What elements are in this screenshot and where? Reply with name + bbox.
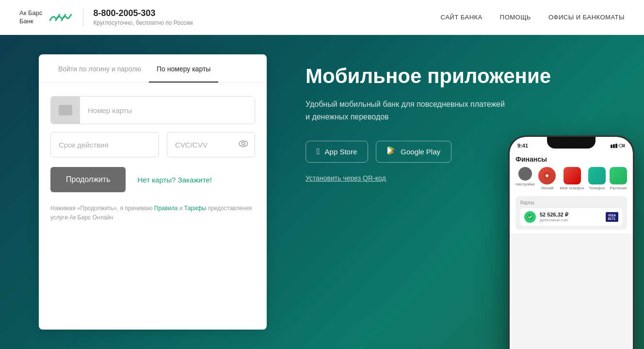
- header: Ак Барс Банк 8-800-2005-303 Круглосуточн…: [0, 0, 644, 35]
- phone-card-amount: 52 526,32 ₽: [540, 212, 606, 218]
- card-number-wrapper: [50, 96, 255, 124]
- phone-app-easy: Легкий: [538, 167, 556, 190]
- action-row: Продолжить Нет карты? Закажите!: [50, 167, 255, 192]
- promo-title: Мобильное приложение: [306, 64, 615, 88]
- bank-logo-icon: [46, 10, 73, 25]
- settings-app-icon: [518, 167, 532, 181]
- header-nav: САЙТ БАНКА ПОМОЩЬ ОФИСЫ И БАНКОМАТЫ: [441, 14, 625, 21]
- phone-cards-title: Карты: [520, 200, 622, 205]
- apple-icon: : [317, 147, 320, 157]
- phone-card-info: 52 526,32 ₽ Дебетовый счёт: [540, 212, 606, 222]
- logo-area: Ак Барс Банк: [19, 9, 73, 26]
- phone-app-plant: Растение: [610, 167, 627, 190]
- phone-status-icons: [611, 143, 625, 148]
- easy-app-icon: [538, 167, 556, 184]
- phone-finances-title: Финансы: [515, 155, 627, 163]
- googleplay-button[interactable]: Google Play: [376, 141, 451, 163]
- card-icon-box: [51, 97, 80, 124]
- nav-offices[interactable]: ОФИСЫ И БАНКОМАТЫ: [548, 14, 625, 21]
- cvv-wrapper: [167, 132, 255, 157]
- logo-text: Ак Барс Банк: [19, 9, 42, 26]
- continue-button[interactable]: Продолжить: [50, 167, 126, 192]
- card-number-input[interactable]: [80, 97, 255, 124]
- nav-help[interactable]: ПОМОЩЬ: [500, 14, 531, 21]
- svg-rect-4: [615, 144, 617, 148]
- phone-card-row: 52 526,32 ₽ Дебетовый счёт VISA8171: [520, 208, 622, 226]
- svg-point-1: [242, 142, 245, 145]
- myphone-app-icon: [564, 167, 581, 184]
- phone-app-icon: [588, 167, 606, 184]
- phone-app-settings: Настройки: [515, 167, 534, 190]
- svg-point-6: [624, 145, 625, 147]
- phone-subtitle: Круглосуточно, бесплатно по России: [93, 19, 193, 26]
- phone-apps-grid: Настройки Легкий Мой телефон: [515, 167, 627, 190]
- phone-app-phone: Телефон: [588, 167, 606, 190]
- nav-bank-site[interactable]: САЙТ БАНКА: [441, 14, 483, 21]
- right-panel: Мобильное приложение Удобный мобильный б…: [267, 35, 644, 349]
- terms-tariffs-link[interactable]: Тарифы: [184, 205, 206, 212]
- plant-app-icon: [610, 167, 627, 184]
- svg-point-0: [239, 141, 248, 147]
- phone-app-myphone: Мой телефон: [560, 167, 584, 190]
- card-details-row: [50, 132, 255, 157]
- phone-time: 9:41: [517, 143, 528, 149]
- tab-card-number[interactable]: По номеру карты: [149, 54, 218, 83]
- phone-card-icon: [524, 211, 536, 223]
- eye-icon[interactable]: [239, 140, 248, 149]
- login-panel: Войти по логину и паролю По номеру карты: [39, 54, 267, 330]
- header-left: Ак Барс Банк 8-800-2005-303 Круглосуточн…: [19, 8, 193, 26]
- phone-notch: [547, 137, 596, 149]
- phone-content: Финансы Настройки Легкий: [510, 151, 633, 233]
- phone-card-visa: VISA8171: [606, 212, 618, 222]
- phone-outer: 9:41: [508, 135, 634, 349]
- phone-number: 8-800-2005-303: [93, 8, 193, 18]
- expiry-input[interactable]: [50, 132, 159, 157]
- tab-login-password[interactable]: Войти по логину и паролю: [50, 54, 149, 83]
- appstore-button[interactable]:  App Store: [306, 141, 368, 163]
- login-tabs: Войти по логину и паролю По номеру карты: [39, 54, 267, 83]
- terms-text: Нажимая «Продолжить», я принимаю Правила…: [50, 204, 255, 222]
- googleplay-icon: [387, 146, 396, 157]
- phone-screen: 9:41: [510, 137, 633, 349]
- promo-subtitle: Удобный мобильный банк для повседневных …: [306, 98, 615, 123]
- phone-card-type: Дебетовый счёт: [540, 218, 606, 222]
- card-chip-icon: [59, 105, 72, 116]
- login-form: Продолжить Нет карты? Закажите! Нажимая …: [39, 83, 267, 238]
- no-card-link[interactable]: Нет карты? Закажите!: [137, 176, 211, 184]
- svg-rect-3: [613, 144, 615, 148]
- phone-area: 8-800-2005-303 Круглосуточно, бесплатно …: [83, 8, 193, 26]
- terms-rules-link[interactable]: Правила: [154, 205, 178, 212]
- svg-rect-2: [611, 145, 612, 148]
- main-content: Войти по логину и паролю По номеру карты: [0, 35, 644, 349]
- phone-cards-section: Карты 52 526,32 ₽ Дебетовый счёт VISA817…: [515, 196, 627, 230]
- phone-mockup: 9:41: [508, 135, 634, 349]
